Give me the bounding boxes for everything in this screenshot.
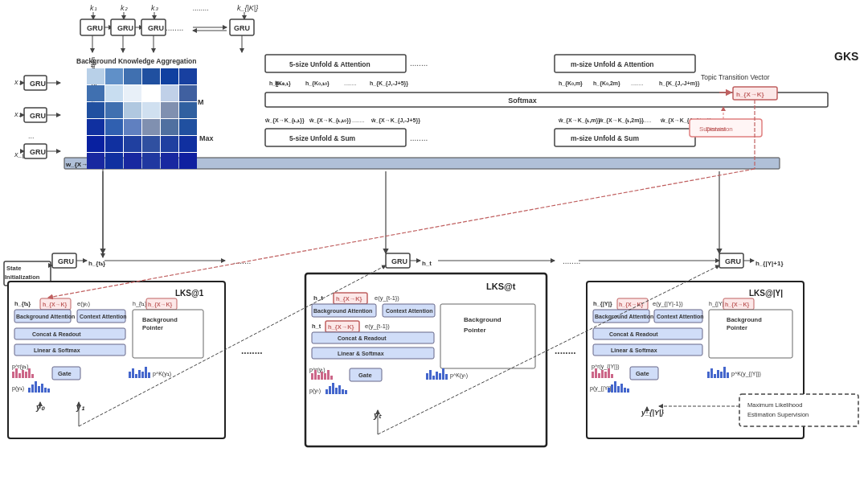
- svg-text:h_{|Y|+1}: h_{|Y|+1}: [755, 260, 784, 267]
- svg-text:p(yₜ): p(yₜ): [309, 388, 321, 394]
- svg-text:m-size Unfold & Sum: m-size Unfold & Sum: [571, 134, 639, 142]
- heatmap-cell-4-3: [142, 136, 160, 152]
- heatmap-cell-2-4: [161, 102, 178, 118]
- svg-text:k_{|K|}: k_{|K|}: [237, 4, 258, 12]
- svg-rect-141: [135, 374, 137, 378]
- svg-text:h_t: h_t: [312, 323, 321, 330]
- svg-text:Concat & Readout: Concat & Readout: [609, 331, 658, 337]
- svg-rect-244: [727, 372, 729, 378]
- svg-rect-83: [690, 119, 762, 137]
- heatmap-cell-5-3: [142, 153, 160, 169]
- svg-rect-126: [133, 310, 203, 358]
- svg-text:GRU: GRU: [117, 24, 133, 32]
- heatmap-cell-4-5: [179, 136, 197, 152]
- svg-text:p^r(yₜ): p^r(yₜ): [309, 367, 326, 373]
- svg-rect-39: [24, 144, 47, 158]
- heatmap-cell-0-0: [87, 68, 104, 84]
- svg-rect-109: [8, 282, 225, 438]
- svg-text:........: ........: [631, 80, 644, 86]
- svg-text:p^r(y₁): p^r(y₁): [12, 364, 29, 370]
- svg-rect-149: [31, 384, 34, 393]
- svg-text:h_{X→K}: h_{X→K}: [148, 302, 173, 308]
- svg-text:k₃: k₃: [151, 4, 158, 12]
- svg-rect-21: [230, 19, 254, 35]
- svg-text:GRU: GRU: [87, 24, 103, 32]
- heatmap-cell-0-5: [179, 68, 197, 84]
- svg-rect-242: [720, 372, 723, 378]
- svg-rect-88: [4, 261, 51, 286]
- heatmap-cell-3-2: [124, 119, 141, 135]
- svg-rect-175: [312, 347, 434, 359]
- svg-rect-225: [709, 310, 792, 358]
- heatmap-cell-4-1: [105, 136, 123, 152]
- svg-rect-72: [265, 129, 406, 146]
- heatmap-cell-2-3: [142, 102, 160, 118]
- svg-rect-200: [329, 386, 331, 394]
- svg-text:h_{K₀,2m}: h_{K₀,2m}: [593, 80, 620, 87]
- svg-rect-173: [312, 332, 434, 343]
- svg-rect-199: [326, 389, 328, 394]
- svg-text:h_{K_{J,-J+5}}: h_{K_{J,-J+5}}: [370, 80, 408, 87]
- heatmap-cell-3-1: [105, 119, 123, 135]
- svg-rect-252: [624, 388, 626, 393]
- svg-text:GRU: GRU: [30, 80, 46, 88]
- svg-text:m-size Unfold & Attention: m-size Unfold & Attention: [571, 60, 654, 68]
- svg-text:Background Attention: Background Attention: [595, 314, 653, 320]
- svg-text:........: ........: [344, 80, 357, 86]
- svg-rect-238: [707, 372, 710, 378]
- svg-text:k₁: k₁: [90, 4, 97, 12]
- svg-rect-165: [312, 304, 376, 317]
- svg-text:h_{K₀,₁}: h_{K₀,₁}: [269, 80, 291, 87]
- svg-rect-17: [111, 19, 135, 35]
- heatmap-cell-3-0: [87, 119, 104, 135]
- svg-rect-249: [614, 381, 616, 393]
- svg-line-261: [79, 265, 386, 426]
- svg-rect-148: [28, 388, 31, 393]
- heatmap-cell-5-2: [124, 153, 141, 169]
- svg-rect-177: [440, 304, 535, 368]
- svg-rect-193: [436, 372, 438, 380]
- svg-text:GRU: GRU: [234, 24, 250, 32]
- svg-rect-159: [305, 273, 547, 446]
- svg-rect-133: [22, 370, 24, 378]
- svg-text:ŵ_{X→K_{J,-J+5}}: ŵ_{X→K_{J,-J+5}}: [371, 117, 420, 124]
- heatmap-cell-0-4: [161, 68, 178, 84]
- svg-rect-214: [593, 310, 649, 323]
- svg-rect-240: [714, 374, 716, 378]
- svg-rect-115: [14, 310, 71, 323]
- heatmap-cell-5-1: [105, 153, 123, 169]
- svg-rect-167: [383, 304, 435, 317]
- svg-rect-196: [445, 374, 448, 380]
- svg-text:h_{X→K}: h_{X→K}: [336, 295, 362, 302]
- svg-rect-231: [598, 373, 600, 378]
- svg-rect-137: [52, 367, 80, 380]
- svg-text:GKS: GKS: [834, 50, 858, 63]
- svg-rect-223: [723, 298, 754, 310]
- svg-rect-153: [44, 388, 47, 393]
- svg-text:h_{K₀,₁₀}: h_{K₀,₁₀}: [305, 80, 330, 87]
- svg-rect-19: [141, 19, 166, 35]
- svg-text:ŵ_{X→K_{₁,2m}}: ŵ_{X→K_{₁,2m}}: [598, 117, 644, 124]
- heatmap-cell-0-3: [142, 68, 160, 84]
- svg-text:........: ........: [563, 257, 580, 265]
- svg-text:GRU: GRU: [30, 112, 46, 120]
- svg-rect-201: [332, 383, 334, 394]
- svg-rect-140: [132, 368, 134, 378]
- svg-text:Concat & Readout: Concat & Readout: [338, 335, 387, 341]
- svg-rect-51: [555, 55, 695, 72]
- svg-rect-119: [14, 328, 125, 339]
- svg-text:Context Attention: Context Attention: [80, 314, 126, 319]
- svg-rect-100: [719, 253, 743, 268]
- svg-text:e(y_{t-1}): e(y_{t-1}): [365, 323, 390, 330]
- svg-text:h_{K₀,m}: h_{K₀,m}: [559, 80, 583, 87]
- svg-text:........: ........: [193, 4, 209, 12]
- heatmap-cell-5-5: [179, 153, 197, 169]
- svg-rect-248: [611, 384, 613, 393]
- svg-rect-229: [592, 372, 594, 378]
- svg-rect-192: [432, 376, 435, 380]
- svg-rect-150: [35, 381, 37, 393]
- svg-text:h_{X→K}: h_{X→K}: [725, 302, 750, 308]
- svg-rect-139: [129, 372, 131, 378]
- svg-text:Background: Background: [464, 316, 502, 323]
- svg-text:h_t: h_t: [422, 260, 432, 267]
